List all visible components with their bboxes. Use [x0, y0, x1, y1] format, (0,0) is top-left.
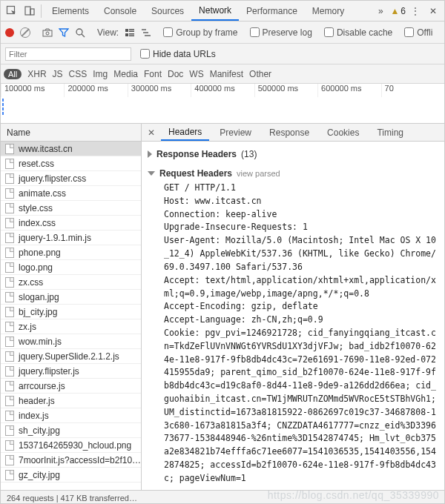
- hide-data-urls-checkbox[interactable]: Hide data URLs: [140, 49, 216, 59]
- file-icon: [5, 188, 14, 199]
- filter-icon[interactable]: [59, 27, 69, 38]
- tab-sources[interactable]: Sources: [144, 1, 191, 21]
- filter-ws[interactable]: WS: [189, 69, 203, 79]
- record-button-icon[interactable]: [5, 28, 14, 37]
- svg-point-4: [46, 32, 49, 35]
- request-row[interactable]: www.itcast.cn: [1, 142, 141, 156]
- inspect-element-icon[interactable]: [4, 3, 20, 19]
- request-row[interactable]: 1537164265930_hcloud.png: [1, 438, 141, 453]
- svg-rect-8: [129, 29, 134, 30]
- filter-js[interactable]: JS: [53, 69, 63, 79]
- filter-xhr[interactable]: XHR: [27, 69, 46, 79]
- svg-rect-14: [143, 32, 148, 33]
- request-row[interactable]: phone.png: [1, 245, 141, 260]
- clear-button-icon[interactable]: [20, 27, 30, 38]
- warning-count[interactable]: 6: [400, 6, 406, 16]
- request-row[interactable]: jquery-1.9.1.min.js: [1, 231, 141, 245]
- filter-manifest[interactable]: Manifest: [210, 69, 243, 79]
- file-icon: [5, 262, 14, 273]
- request-row[interactable]: wow.min.js: [1, 334, 141, 349]
- filter-css[interactable]: CSS: [69, 69, 88, 79]
- request-name: style.css: [19, 203, 53, 213]
- request-headers-title: Request Headers: [159, 168, 232, 179]
- request-row[interactable]: gz_city.jpg: [1, 468, 141, 483]
- request-name: jquery.SuperSlide.2.1.2.js: [19, 351, 119, 362]
- request-row[interactable]: logo.png: [1, 260, 141, 275]
- close-devtools-icon[interactable]: ✕: [425, 3, 441, 19]
- expand-icon[interactable]: [148, 150, 152, 158]
- request-row[interactable]: style.css: [1, 201, 141, 216]
- search-icon[interactable]: [75, 27, 85, 38]
- request-row[interactable]: index.js: [1, 408, 141, 423]
- request-name: header.js: [19, 396, 55, 406]
- timeline-overview[interactable]: 100000 ms 200000 ms 300000 ms 400000 ms …: [1, 84, 444, 124]
- tab-network[interactable]: Network: [191, 1, 239, 21]
- response-headers-section[interactable]: Response Headers (13): [148, 147, 438, 161]
- close-detail-icon[interactable]: ✕: [145, 127, 158, 138]
- filter-media[interactable]: Media: [113, 69, 138, 79]
- view-parsed-link[interactable]: view parsed: [237, 169, 280, 178]
- request-row[interactable]: jquery.SuperSlide.2.1.2.js: [1, 349, 141, 364]
- request-row[interactable]: jquery.flipster.css: [1, 171, 141, 186]
- request-row[interactable]: zx.css: [1, 275, 141, 290]
- detail-tab-headers[interactable]: Headers: [161, 124, 209, 141]
- name-column-header[interactable]: Name: [1, 124, 141, 142]
- group-by-frame-checkbox[interactable]: Group by frame: [163, 27, 237, 38]
- detail-tab-cookies[interactable]: Cookies: [320, 124, 366, 141]
- request-headers-section[interactable]: Request Headers view parsed: [148, 167, 438, 180]
- filter-other[interactable]: Other: [249, 69, 271, 79]
- filter-all[interactable]: All: [4, 69, 22, 79]
- file-icon: [5, 307, 14, 317]
- request-row[interactable]: index.css: [1, 216, 141, 231]
- timeline-tick: 100000 ms: [1, 84, 64, 97]
- large-rows-icon[interactable]: [125, 28, 135, 37]
- tab-performance[interactable]: Performance: [239, 1, 305, 21]
- status-text: 264 requests | 417 KB transferred…: [7, 494, 137, 503]
- request-list-column: Name www.itcast.cnreset.cssjquery.flipst…: [1, 124, 142, 490]
- request-row[interactable]: 7moorInit.js?accessId=b2f10…: [1, 453, 141, 468]
- svg-rect-12: [129, 35, 134, 36]
- file-icon: [5, 366, 14, 377]
- request-name: index.css: [19, 218, 56, 228]
- settings-menu-icon[interactable]: ⋮: [407, 3, 423, 19]
- capture-screenshots-icon[interactable]: [42, 28, 53, 37]
- more-tabs-chevron-icon[interactable]: »: [372, 3, 389, 19]
- request-row[interactable]: slogan.jpg: [1, 290, 141, 305]
- request-row[interactable]: sh_city.jpg: [1, 423, 141, 438]
- detail-tab-timing[interactable]: Timing: [369, 124, 411, 141]
- request-row[interactable]: zx.js: [1, 319, 141, 334]
- tab-elements[interactable]: Elements: [44, 1, 96, 21]
- filter-input[interactable]: [5, 47, 131, 61]
- file-icon: [5, 173, 14, 184]
- waterfall-view-icon[interactable]: [141, 28, 151, 37]
- device-toolbar-icon[interactable]: [22, 3, 38, 19]
- headers-body[interactable]: Response Headers (13) Request Headers vi…: [142, 142, 444, 490]
- preserve-log-checkbox[interactable]: Preserve log: [250, 27, 312, 38]
- detail-tab-response[interactable]: Response: [262, 124, 317, 141]
- collapse-icon[interactable]: [148, 171, 155, 176]
- request-row[interactable]: jquery.flipster.js: [1, 364, 141, 379]
- svg-rect-11: [129, 33, 134, 35]
- disable-cache-checkbox[interactable]: Disable cache: [324, 27, 392, 38]
- file-icon: [5, 411, 14, 421]
- request-list[interactable]: www.itcast.cnreset.cssjquery.flipster.cs…: [1, 142, 141, 490]
- request-row[interactable]: header.js: [1, 394, 141, 408]
- svg-rect-15: [145, 35, 151, 36]
- request-row[interactable]: reset.css: [1, 156, 141, 171]
- request-row[interactable]: bj_city.jpg: [1, 305, 141, 319]
- request-row[interactable]: arrcourse.js: [1, 379, 141, 394]
- warning-icon[interactable]: ▲: [390, 6, 399, 16]
- file-icon: [5, 322, 14, 332]
- offline-checkbox[interactable]: Offli: [404, 27, 432, 38]
- svg-rect-9: [129, 30, 134, 32]
- request-row[interactable]: animate.css: [1, 186, 141, 201]
- filter-doc[interactable]: Doc: [168, 69, 183, 79]
- request-name: animate.css: [19, 188, 66, 199]
- tab-console[interactable]: Console: [96, 1, 144, 21]
- tab-memory[interactable]: Memory: [305, 1, 352, 21]
- filter-img[interactable]: Img: [93, 69, 108, 79]
- detail-tab-preview[interactable]: Preview: [212, 124, 259, 141]
- response-headers-title: Response Headers: [156, 149, 237, 159]
- filter-font[interactable]: Font: [144, 69, 162, 79]
- status-bar: 264 requests | 417 KB transferred…: [1, 490, 444, 504]
